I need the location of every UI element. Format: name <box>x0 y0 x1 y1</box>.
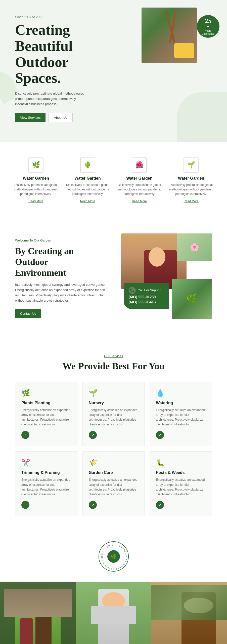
glove-visual <box>174 43 194 58</box>
service-title-4: Water Garden <box>168 176 214 181</box>
garden-care-title: Garden Care <box>89 470 139 475</box>
gallery-section <box>0 582 227 644</box>
trimming-icon: ✂️ <box>21 459 71 467</box>
service-desc-4: Distinctively procrastinate global metho… <box>168 183 214 196</box>
nursery-arrow[interactable]: ↗ <box>89 431 97 439</box>
garden-care-desc: Energistically actualize an expanded arr… <box>89 477 139 497</box>
service-card-3: 💧 Watering Energistically actualize an e… <box>150 382 212 447</box>
service-title-1: Water Garden <box>13 176 59 181</box>
support-badge: 📞 Call For Support (603) 555-01239 (603)… <box>124 283 169 309</box>
read-more-3[interactable]: Read More <box>132 199 147 203</box>
service-item-2: 🌵 Water Garden Distinctively procrastina… <box>65 157 110 203</box>
gallery-person-3 <box>151 582 227 644</box>
about-right: 🌸 🌿 📞 Call For Support (603) 555-01239 (… <box>121 233 212 324</box>
experience-label: YearsExperience <box>202 29 214 35</box>
service-desc-2: Distinctively procrastinate global metho… <box>65 183 110 196</box>
about-section: Welcome To Our Garden By Creating an Out… <box>0 218 227 339</box>
circular-badge: DISCOVER OUR GARDEN FINE & BEST DEFINE &… <box>99 541 129 572</box>
experience-badge: 25+ YearsExperience <box>197 15 219 38</box>
services-strip: 🌿 Water Garden Distinctively procrastina… <box>0 142 227 218</box>
hero-description: Distinctively procrastinate global metho… <box>15 91 85 107</box>
nursery-title: Nursery <box>89 401 139 405</box>
trimming-desc: Energistically actualize an expanded arr… <box>21 477 71 497</box>
hero-section: Since 1997 to 2022 Creating Beautiful Ou… <box>0 0 227 142</box>
circular-text-svg: DISCOVER OUR GARDEN FINE & BEST DEFINE &… <box>99 542 129 572</box>
service-desc-1: Distinctively procrastinate global metho… <box>13 183 59 196</box>
gallery-person-1 <box>0 582 76 644</box>
gallery-image-3 <box>151 582 227 644</box>
service-card-1: 🌿 Plants Planting Energistically actuali… <box>15 382 77 447</box>
service-icon-1: 🌿 <box>28 157 43 173</box>
hero-image-inner <box>142 8 197 63</box>
experience-number: 25 <box>205 18 211 24</box>
service-item-3: 🌺 Water Garden Distinctively procrastina… <box>117 157 162 203</box>
pests-weeds-icon: 🐛 <box>156 459 206 467</box>
svg-text:DISCOVER OUR GARDEN FINE & BES: DISCOVER OUR GARDEN FINE & BEST DEFINE &… <box>99 542 127 570</box>
hero-title: Creating Beautiful Outdoor Spaces. <box>15 22 111 86</box>
service-title-2: Water Garden <box>65 176 110 181</box>
plants-planting-icon: 🌿 <box>21 389 71 397</box>
support-title: 📞 Call For Support <box>129 287 164 294</box>
service-card-4: ✂️ Trimming & Pruning Energistically act… <box>15 451 77 516</box>
phone-icon: 📞 <box>129 287 136 294</box>
read-more-4[interactable]: Read More <box>184 199 198 203</box>
pests-weeds-desc: Energistically actualize an expanded arr… <box>156 477 206 497</box>
service-card-6: 🐛 Pests & Weeds Energistically actualize… <box>150 451 212 516</box>
watering-arrow[interactable]: ↗ <box>156 431 164 439</box>
our-services-title: We Provide Best For You <box>15 360 212 372</box>
nursery-icon: 🌱 <box>89 389 139 397</box>
service-card-5: 🌾 Garden Care Energistically actualize a… <box>82 451 145 516</box>
service-desc-3: Distinctively procrastinate global metho… <box>117 183 162 196</box>
about-description: Interactively mesh global synergy and le… <box>15 282 106 303</box>
gallery-person-2 <box>76 582 151 644</box>
read-more-1[interactable]: Read More <box>28 199 43 203</box>
contact-us-button[interactable]: Contact Us <box>15 309 41 318</box>
read-more-2[interactable]: Read More <box>80 199 95 203</box>
hero-image <box>142 8 197 63</box>
plants-planting-title: Plants Planting <box>21 401 71 405</box>
gallery-image-2 <box>76 582 151 644</box>
phone-number-1: (603) 555-01239 <box>129 295 164 299</box>
watering-desc: Energistically actualize an expanded arr… <box>156 408 206 427</box>
garden-care-arrow[interactable]: ↗ <box>89 501 97 509</box>
about-welcome: Welcome To Our Garden <box>15 238 106 242</box>
our-services-tag: Our Services <box>15 354 212 358</box>
pests-weeds-title: Pests & Weeds <box>156 470 206 475</box>
service-item-4: 🌱 Water Garden Distinctively procrastina… <box>168 157 214 203</box>
plants-planting-desc: Energistically actualize an expanded arr… <box>21 408 71 427</box>
gallery-image-1 <box>0 582 76 644</box>
service-item-1: 🌿 Water Garden Distinctively procrastina… <box>13 157 59 203</box>
circular-badge-section: DISCOVER OUR GARDEN FINE & BEST DEFINE &… <box>0 531 227 582</box>
services-grid: 🌿 Plants Planting Energistically actuali… <box>15 382 212 516</box>
watering-title: Watering <box>156 401 206 405</box>
pests-weeds-arrow[interactable]: ↗ <box>156 501 164 509</box>
service-icon-4: 🌱 <box>184 157 199 173</box>
about-us-button[interactable]: About Us <box>49 113 72 122</box>
trimming-arrow[interactable]: ↗ <box>21 501 29 509</box>
service-title-3: Water Garden <box>117 176 162 181</box>
garden-care-icon: 🌾 <box>89 459 139 467</box>
about-image-third: 🌿 <box>172 279 212 319</box>
watering-icon: 💧 <box>156 389 206 397</box>
plants-planting-arrow[interactable]: ↗ <box>21 431 29 439</box>
service-icon-2: 🌵 <box>80 157 95 173</box>
experience-plus: + <box>207 24 209 29</box>
call-for-support-label: Call For Support <box>138 288 162 292</box>
service-icon-3: 🌺 <box>132 157 147 173</box>
our-services-section: Our Services We Provide Best For You 🌿 P… <box>0 339 227 532</box>
service-card-2: 🌱 Nursery Energistically actualize an ex… <box>82 382 145 447</box>
nursery-desc: Energistically actualize an expanded arr… <box>89 408 139 427</box>
about-left: Welcome To Our Garden By Creating an Out… <box>15 233 106 318</box>
phone-number-2: (603) 555-05413 <box>129 300 164 304</box>
trimming-title: Trimming & Pruning <box>21 470 71 475</box>
about-title: By Creating an Outdoor Environment <box>15 246 106 278</box>
hero-leaf-bg <box>177 92 227 142</box>
view-services-button[interactable]: View Services <box>15 113 46 122</box>
about-image-second: 🌸 <box>177 233 212 261</box>
